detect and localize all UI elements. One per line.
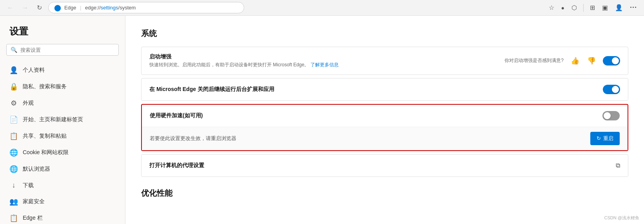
downloads-icon: ↓ <box>9 181 18 189</box>
proxy-info: 打开计算机的代理设置 <box>149 162 610 169</box>
thumbs-down-button[interactable]: 👎 <box>586 56 597 66</box>
search-input[interactable] <box>20 47 114 53</box>
hardware-accel-info: 使用硬件加速(如可用) <box>150 112 596 119</box>
background-run-controls <box>603 85 620 94</box>
sidebar-item-label: 家庭安全 <box>23 198 45 205</box>
extensions-button[interactable]: ⬡ <box>569 2 579 13</box>
startup-boost-desc: 快速转到浏览。启用此功能后，有助于启动设备时更快打开 Microsoft Edg… <box>149 62 498 68</box>
sidebar-item-label: 共享、复制和粘贴 <box>23 133 67 140</box>
reload-button[interactable]: ↻ <box>34 2 44 13</box>
sidebar-item-label: 默认浏览器 <box>23 166 50 173</box>
background-run-row: 在 Microsoft Edge 关闭后继续运行后台扩展和应用 <box>141 78 628 100</box>
address-separator: | <box>80 5 81 11</box>
main-layout: 设置 🔍 👤 个人资料 🔒 隐私、搜索和服务 ⚙ 外观 📄 开始、主页和新建标签… <box>0 16 644 224</box>
sidebar-item-cookies[interactable]: 🌐 Cookie 和网站权限 <box>0 144 125 161</box>
edge-logo-icon: ⬤ <box>54 4 61 11</box>
startup-boost-desc-text: 快速转到浏览。启用此功能后，有助于启动设备时更快打开 Microsoft Edg… <box>149 62 309 67</box>
hardware-accel-track <box>602 111 620 120</box>
sidebar-item-label: 下载 <box>23 182 34 189</box>
address-bar: ⬤ Edge | edge://settings/system <box>48 2 244 13</box>
sidebar: 设置 🔍 👤 个人资料 🔒 隐私、搜索和服务 ⚙ 外观 📄 开始、主页和新建标签… <box>0 16 125 224</box>
favorites-button[interactable]: ☆ <box>546 2 557 13</box>
sidebar-item-label: Cookie 和网站权限 <box>23 149 69 156</box>
chrome-toolbar: ☆ ● ⬡ ⊞ ▣ 👤 ··· <box>546 2 639 13</box>
background-run-toggle[interactable] <box>603 85 620 94</box>
external-link-icon: ⧉ <box>616 162 620 169</box>
background-run-title: 在 Microsoft Edge 关闭后继续运行后台扩展和应用 <box>149 86 597 93</box>
proxy-card: 打开计算机的代理设置 ⧉ <box>141 154 628 177</box>
collections-button[interactable]: ⊞ <box>588 2 597 13</box>
sidebar-item-label: 个人资料 <box>23 67 45 74</box>
appearance-icon: ⚙ <box>9 99 18 107</box>
sidebar-item-appearance[interactable]: ⚙ 外观 <box>0 95 125 111</box>
user-account-button[interactable]: 👤 <box>613 2 625 13</box>
startup-boost-info: 启动增强 快速转到浏览。启用此功能后，有助于启动设备时更快打开 Microsof… <box>149 53 498 68</box>
hardware-accel-row: 使用硬件加速(如可用) <box>142 105 628 127</box>
hardware-accel-card: 使用硬件加速(如可用) 若要使此设置更改生效，请重启浏览器 ↻ 重启 <box>141 104 628 151</box>
back-button[interactable]: ← <box>5 3 16 13</box>
more-menu-button[interactable]: ··· <box>628 2 639 13</box>
startup-boost-learn-more[interactable]: 了解更多信息 <box>310 62 339 67</box>
restart-btn-label: 重启 <box>603 135 613 142</box>
edge-bar-icon: 📋 <box>9 214 18 222</box>
startup-boost-track <box>603 56 620 66</box>
default-browser-icon: 🌐 <box>9 165 18 173</box>
address-bar-text: Edge | edge://settings/system <box>64 5 136 11</box>
hardware-accel-thumb <box>604 112 611 119</box>
settings-content: 系统 启动增强 快速转到浏览。启用此功能后，有助于启动设备时更快打开 Micro… <box>125 16 644 224</box>
sidebar-item-label: 外观 <box>23 100 34 107</box>
forward-button[interactable]: → <box>20 3 31 13</box>
cookies-icon: 🌐 <box>9 148 18 157</box>
startup-boost-toggle[interactable] <box>603 56 620 66</box>
address-scheme: edge:// <box>85 5 101 11</box>
sidebar-item-label: 隐私、搜索和服务 <box>23 83 67 90</box>
feedback-question: 你对启动增强是否感到满意? <box>504 57 564 64</box>
thumbs-up-button[interactable]: 👍 <box>570 56 580 66</box>
search-icon: 🔍 <box>11 47 17 53</box>
startup-boost-controls: 你对启动增强是否感到满意? 👍 👎 <box>504 56 620 66</box>
sidebar-title: 设置 <box>0 25 125 44</box>
watermark: CSDN @浅水鲤鱼 <box>604 215 639 221</box>
sidebar-item-edge-bar[interactable]: 📋 Edge 栏 <box>0 210 125 224</box>
sidebar-item-label: Edge 栏 <box>23 215 43 222</box>
sidebar-item-share[interactable]: 📋 共享、复制和粘贴 <box>0 128 125 144</box>
profile-button[interactable]: ● <box>559 3 567 13</box>
start-icon: 📄 <box>9 115 18 124</box>
background-run-thumb <box>612 86 619 93</box>
sidebar-item-family[interactable]: 👥 家庭安全 <box>0 193 125 210</box>
sidebar-item-downloads[interactable]: ↓ 下载 <box>0 177 125 193</box>
hardware-accel-title: 使用硬件加速(如可用) <box>150 112 596 119</box>
hardware-accel-toggle[interactable] <box>602 111 620 120</box>
startup-boost-card: 启动增强 快速转到浏览。启用此功能后，有助于启动设备时更快打开 Microsof… <box>141 47 628 75</box>
sidebar-item-label: 开始、主页和新建标签页 <box>23 116 83 123</box>
restart-button[interactable]: ↻ 重启 <box>590 132 620 145</box>
address-settings-part: settings <box>101 5 118 11</box>
background-run-card: 在 Microsoft Edge 关闭后继续运行后台扩展和应用 <box>141 78 628 101</box>
optimization-title: 优化性能 <box>141 188 628 199</box>
address-path: /system <box>118 5 136 11</box>
proxy-controls: ⧉ <box>616 162 620 169</box>
restart-notice-row: 若要使此设置更改生效，请重启浏览器 ↻ 重启 <box>142 127 628 150</box>
proxy-row[interactable]: 打开计算机的代理设置 ⧉ <box>141 155 628 177</box>
restart-notice-text: 若要使此设置更改生效，请重启浏览器 <box>150 135 590 142</box>
restart-icon: ↻ <box>597 135 601 141</box>
proxy-title: 打开计算机的代理设置 <box>149 162 610 169</box>
background-run-info: 在 Microsoft Edge 关闭后继续运行后台扩展和应用 <box>149 86 597 93</box>
lock-icon: 🔒 <box>9 82 18 91</box>
sidebar-item-default-browser[interactable]: 🌐 默认浏览器 <box>0 161 125 177</box>
browser-chrome: ← → ↻ ⬤ Edge | edge://settings/system ☆ … <box>0 0 644 16</box>
sidebar-item-privacy[interactable]: 🔒 隐私、搜索和服务 <box>0 78 125 95</box>
startup-boost-thumb <box>612 57 619 64</box>
address-brand: Edge <box>64 5 76 11</box>
toolbar-divider <box>583 4 584 12</box>
startup-boost-row: 启动增强 快速转到浏览。启用此功能后，有助于启动设备时更快打开 Microsof… <box>141 47 628 75</box>
family-icon: 👥 <box>9 197 18 206</box>
sidebar-button[interactable]: ▣ <box>600 2 610 13</box>
startup-boost-title: 启动增强 <box>149 53 498 60</box>
section-title: 系统 <box>141 28 628 39</box>
search-box[interactable]: 🔍 <box>6 44 119 56</box>
profile-icon: 👤 <box>9 66 18 75</box>
hardware-accel-controls <box>602 111 620 120</box>
sidebar-item-start[interactable]: 📄 开始、主页和新建标签页 <box>0 111 125 128</box>
sidebar-item-profile[interactable]: 👤 个人资料 <box>0 62 125 78</box>
